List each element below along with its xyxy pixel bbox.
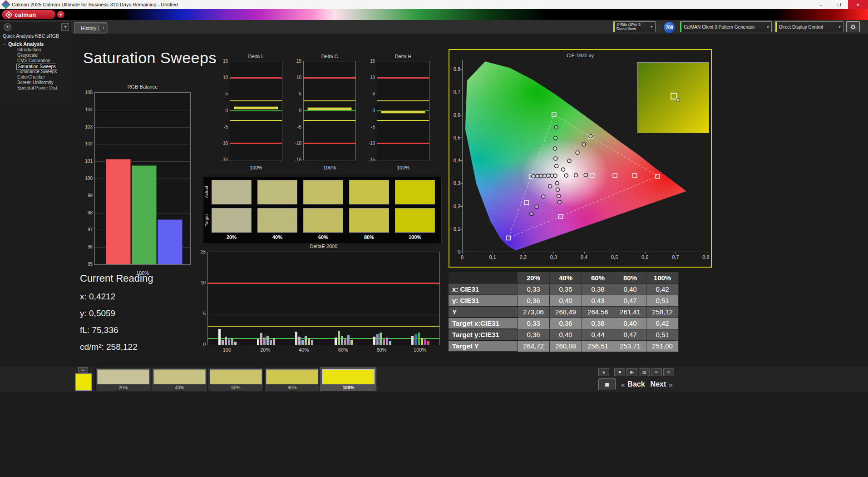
table-cell: 0,40	[614, 284, 646, 295]
axis-tick	[460, 183, 462, 184]
axis-tick	[460, 229, 462, 229]
table-cell: 0,38	[582, 318, 614, 329]
axis-tick-label: 0,1	[486, 254, 499, 260]
sidebar-collapse-button[interactable]: ◄	[61, 23, 69, 31]
back-button[interactable]: « Back	[621, 380, 645, 388]
axis-tick-label: -15	[217, 157, 228, 162]
delta-value-bar	[234, 106, 278, 109]
reference-line	[304, 120, 355, 121]
tree-item-saturation-sweeps[interactable]: Saturation Sweeps	[0, 64, 71, 69]
chevron-down-icon: ▼	[766, 25, 769, 29]
measured-point	[589, 134, 592, 138]
table-cell: 0,40	[614, 318, 646, 329]
tab-bar: History 1 + X-Rite i1Pro 3 Direct View ▼…	[0, 20, 868, 34]
actual-swatch-40%	[257, 180, 297, 204]
current-pattern-swatch[interactable]	[75, 373, 92, 391]
tree-item-introduction[interactable]: Introduction	[0, 47, 71, 53]
axis-tick-label: -5	[291, 124, 301, 129]
source-dropdown[interactable]: CalMAN Client 3 Pattern Generator ▼	[680, 21, 772, 32]
tree-item-label: CMS Calibration	[16, 58, 51, 64]
table-column-header: 80%	[614, 272, 646, 284]
logo-dropdown-button[interactable]: ▼	[57, 11, 64, 18]
measured-point	[532, 174, 535, 178]
stop-button[interactable]: ■	[614, 368, 625, 376]
tree-item-label: Spectral Power Dist.	[16, 85, 59, 91]
deltae-bar	[414, 334, 417, 345]
table-cell: 0,36	[518, 329, 550, 341]
axis-tick-label: 15	[364, 59, 375, 64]
next-button[interactable]: Next »	[651, 380, 673, 388]
display-dropdown[interactable]: Direct Display Control ▼	[775, 21, 843, 32]
window-icon: ◼	[605, 381, 609, 388]
save-button[interactable]: ▤	[639, 368, 650, 376]
tree-item-screen-uniformity[interactable]: Screen Uniformity	[0, 80, 71, 85]
pattern-chip	[322, 369, 375, 384]
pattern-popup-button[interactable]: ▲	[78, 367, 88, 373]
minimize-button[interactable]: –	[812, 0, 830, 9]
grid-line	[95, 110, 190, 110]
axis-tick-label: 0	[364, 108, 375, 113]
reference-line	[304, 110, 355, 111]
pattern-swatch-40%[interactable]: 40%	[152, 368, 207, 391]
delta-c-chart: Delta C 100% 151050-5-10-15	[291, 54, 358, 174]
tree-root[interactable]: − Quick Analysis	[0, 41, 71, 47]
tree-expander-icon[interactable]: −	[3, 41, 5, 47]
deltae-bar	[308, 338, 310, 345]
deltae-bar	[218, 329, 221, 345]
deltae-bar	[305, 336, 307, 345]
table-cell: 0,44	[582, 329, 614, 341]
settings-button[interactable]: ⚙	[846, 21, 860, 32]
measured-point	[554, 157, 557, 160]
tree-item-colorchecker[interactable]: ColorChecker	[0, 75, 71, 80]
chevron-down-icon: ▼	[59, 13, 63, 16]
axis-tick	[615, 252, 615, 253]
delta-l-plot	[230, 61, 282, 160]
measured-point	[539, 174, 543, 178]
link-button[interactable]: ∞	[651, 368, 662, 376]
meter-dropdown[interactable]: X-Rite i1Pro 3 Direct View ▼	[613, 21, 656, 32]
axis-tick-label: 80%	[373, 347, 391, 353]
pattern-swatch-60%[interactable]: 60%	[208, 368, 264, 391]
table-cell: 0,42	[646, 284, 679, 295]
tree-item-grayscale[interactable]: Grayscale	[0, 53, 71, 58]
maximize-button[interactable]: ❐	[830, 0, 848, 9]
delta-value-bar	[381, 110, 425, 114]
measured-point	[543, 174, 547, 178]
actual-swatch-100%	[395, 180, 435, 204]
add-tab-button[interactable]: +	[99, 24, 108, 32]
measured-point	[553, 174, 557, 178]
axis-tick-label: 10	[291, 75, 301, 80]
axis-tick-label: 101	[81, 159, 93, 164]
axis-tick-label: 102	[81, 141, 93, 146]
table-row-label: x: CIE31	[449, 284, 518, 295]
delta-c-plot	[303, 61, 356, 160]
pattern-swatch-100%[interactable]: 100%	[321, 368, 376, 391]
pattern-swatch-20%[interactable]: 20%	[95, 368, 151, 391]
axis-tick-label: 5	[364, 91, 375, 96]
pattern-swatch-80%[interactable]: 80%	[264, 368, 320, 391]
deltae-2000-chart: DeltaE 2000 05101510020%40%60%80%100%	[195, 243, 443, 358]
axis-tick	[460, 69, 462, 70]
close-button[interactable]: ✕	[848, 0, 868, 9]
tree-item-luminance-sweeps[interactable]: Luminance Sweeps	[0, 69, 71, 75]
cie-panel[interactable]: CIE 1931 xy 000,10,10,20,20,30,30,40,40,…	[449, 49, 712, 268]
tree-item-label: Introduction	[16, 47, 42, 53]
axis-tick	[584, 252, 585, 253]
deltae-bar	[298, 337, 301, 345]
play-button[interactable]: ▶	[626, 368, 637, 376]
app-window: Calman 2025 Calman Ultimate for Business…	[0, 0, 868, 477]
play-icon: ▶	[631, 370, 634, 374]
calman-logo[interactable]: calman	[2, 10, 55, 19]
tree-item-spectral-power-dist-[interactable]: Spectral Power Dist.	[0, 85, 71, 91]
swatch-col-label: 40%	[257, 234, 297, 240]
pattern-window-button[interactable]: ◼	[598, 378, 616, 390]
eject-button[interactable]: ▲	[598, 368, 609, 376]
axis-tick-label: 0	[456, 254, 469, 260]
refresh-button[interactable]: ↻	[663, 368, 674, 376]
table-cell: 256,51	[582, 341, 614, 352]
axis-tick	[706, 252, 706, 253]
measured-point	[564, 174, 568, 177]
tree-item-cms-calibration[interactable]: CMS Calibration	[0, 58, 71, 64]
axis-label: 100%	[230, 165, 282, 170]
sidebar-undock-button[interactable]: ●	[4, 23, 11, 31]
